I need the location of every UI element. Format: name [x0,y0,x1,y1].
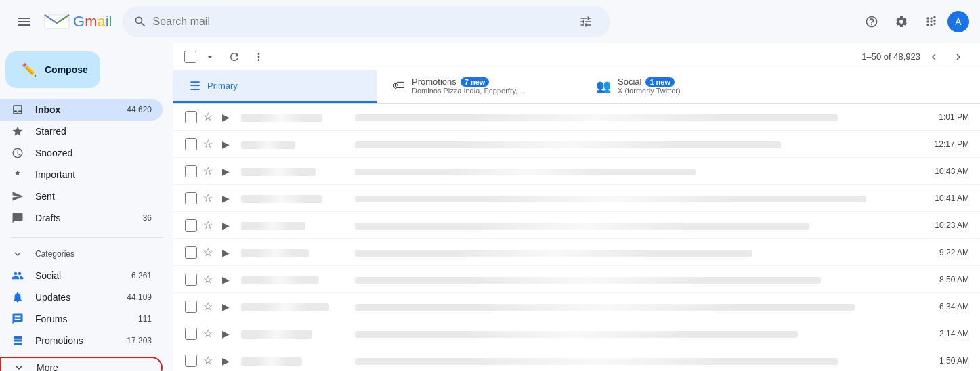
important-marker[interactable]: ▶ [222,166,236,177]
email-checkbox[interactable] [184,138,198,150]
sidebar-item-starred[interactable]: Starred [0,121,163,142]
inbox-count: 44,620 [127,105,152,114]
advanced-search-button[interactable] [572,8,599,35]
email-content-area: 1–50 of 48,923 ☰ Primary [173,43,980,371]
sidebar-item-inbox[interactable]: Inbox 44,620 [0,99,163,121]
email-time: 12:17 PM [929,139,969,149]
more-button[interactable]: More [0,357,163,371]
important-marker[interactable]: ▶ [222,301,236,312]
search-input[interactable] [152,16,567,28]
table-row[interactable]: ☆ ▶ 6:34 AM [173,293,980,320]
refresh-button[interactable] [223,46,245,68]
star-button[interactable]: ☆ [203,110,217,123]
important-marker[interactable]: ▶ [222,220,236,231]
star-button[interactable]: ☆ [203,219,217,232]
important-icon [11,168,24,181]
sidebar-item-social[interactable]: Social 6,261 [0,265,163,286]
email-checkbox[interactable] [184,111,198,123]
table-row[interactable]: ☆ ▶ 8:50 AM [173,266,980,293]
star-button[interactable]: ☆ [203,354,217,367]
compose-button[interactable]: ✏️ Compose [5,51,100,88]
table-row[interactable]: ☆ ▶ 2:14 AM [173,320,980,347]
important-marker[interactable]: ▶ [222,355,236,366]
sidebar-item-important[interactable]: Important [0,164,163,186]
drafts-icon [11,211,24,225]
email-checkbox[interactable] [184,274,198,286]
sent-icon [11,190,24,203]
more-label: More [37,362,58,371]
email-checkbox[interactable] [184,192,198,204]
important-marker[interactable]: ▶ [222,193,236,204]
star-button[interactable]: ☆ [203,273,217,286]
promotions-new-badge: 7 new [461,77,490,87]
email-checkbox[interactable] [184,165,198,177]
user-avatar[interactable]: A [947,11,969,32]
social-tab-subtitle: X (formerly Twitter) [618,87,681,95]
inbox-icon [11,103,24,116]
star-button[interactable]: ☆ [203,300,217,313]
email-checkbox[interactable] [184,355,198,367]
table-row[interactable]: ☆ ▶ 1:01 PM [173,104,980,131]
email-time: 1:50 AM [929,356,969,366]
email-checkbox[interactable] [184,246,198,259]
star-button[interactable]: ☆ [203,246,217,259]
more-options-button[interactable] [248,46,270,68]
more-chevron-icon [12,361,26,371]
apps-button[interactable] [918,8,945,35]
email-time: 10:41 AM [929,194,969,203]
search-icon [133,15,147,28]
important-marker[interactable]: ▶ [222,274,236,285]
table-row[interactable]: ☆ ▶ 10:43 AM [173,158,980,185]
tab-social[interactable]: 👥 Social 1 new X (formerly Twitter) [580,70,783,103]
updates-count: 44,109 [127,292,152,302]
email-checkbox[interactable] [184,301,198,313]
select-dropdown-button[interactable] [199,46,221,68]
important-marker[interactable]: ▶ [222,247,236,258]
prev-page-button[interactable] [923,46,945,68]
social-icon [11,269,24,282]
inbox-label: Inbox [35,104,116,115]
important-marker[interactable]: ▶ [222,112,236,123]
svg-rect-0 [18,18,30,19]
star-button[interactable]: ☆ [203,165,217,177]
star-button[interactable]: ☆ [203,192,217,204]
email-toolbar: 1–50 of 48,923 [173,43,980,70]
drafts-label: Drafts [35,213,132,223]
settings-button[interactable] [888,8,915,35]
social-new-badge: 1 new [645,77,675,87]
table-row[interactable]: ☆ ▶ 10:23 AM [173,212,980,239]
social-tab-label: Social [618,77,641,87]
starred-label: Starred [35,126,152,137]
select-all-checkbox[interactable] [184,51,196,63]
table-row[interactable]: ☆ ▶ 9:22 AM [173,239,980,266]
important-marker[interactable]: ▶ [222,328,236,339]
sidebar-item-promotions[interactable]: Promotions 17,203 [0,330,163,351]
sidebar-item-forums[interactable]: Forums 111 [0,308,163,330]
help-button[interactable] [858,8,885,35]
email-checkbox[interactable] [184,328,198,340]
search-bar[interactable] [123,6,610,37]
star-button[interactable]: ☆ [203,137,217,150]
email-time: 2:14 AM [929,329,969,339]
promotions-label: Promotions [35,335,116,346]
sidebar-item-sent[interactable]: Sent [0,186,163,207]
email-time: 10:23 AM [929,221,969,230]
hamburger-menu-button[interactable] [11,8,38,35]
snoozed-icon [11,146,24,160]
table-row[interactable]: ☆ ▶ 1:50 AM [173,347,980,371]
star-button[interactable]: ☆ [203,327,217,340]
table-row[interactable]: ☆ ▶ 10:41 AM [173,185,980,212]
page-info: 1–50 of 48,923 [861,46,969,68]
table-row[interactable]: ☆ ▶ 12:17 PM [173,131,980,158]
email-checkbox[interactable] [184,219,198,232]
primary-tab-label: Primary [207,81,238,91]
expand-icon [11,247,24,261]
social-tab-icon: 👥 [596,79,611,93]
sidebar-item-snoozed[interactable]: Snoozed [0,142,163,164]
sidebar-item-updates[interactable]: Updates 44,109 [0,286,163,308]
next-page-button[interactable] [947,46,969,68]
tab-primary[interactable]: ☰ Primary [173,70,377,103]
sidebar-item-drafts[interactable]: Drafts 36 [0,207,163,229]
important-marker[interactable]: ▶ [222,139,236,150]
tab-promotions[interactable]: 🏷 Promotions 7 new Dominos Pizza India, … [377,70,580,103]
